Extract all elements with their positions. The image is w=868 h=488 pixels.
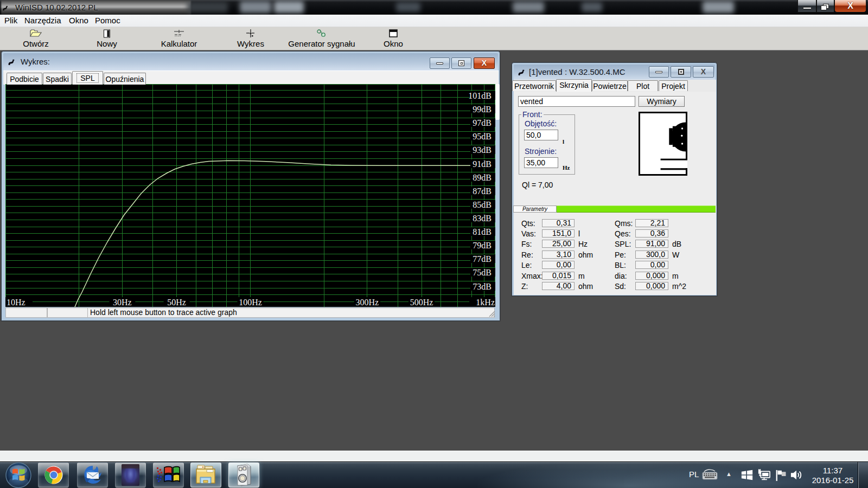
svg-text:50Hz: 50Hz bbox=[167, 298, 186, 307]
svg-text:73dB: 73dB bbox=[473, 282, 492, 291]
svg-text:77dB: 77dB bbox=[473, 254, 492, 264]
svg-text:83dB: 83dB bbox=[473, 214, 492, 223]
svg-text:95dB: 95dB bbox=[473, 132, 492, 141]
svg-text:89dB: 89dB bbox=[473, 173, 492, 182]
svg-text:99dB: 99dB bbox=[473, 105, 492, 114]
svg-text:87dB: 87dB bbox=[473, 187, 492, 196]
svg-text:97dB: 97dB bbox=[473, 118, 492, 127]
svg-text:101dB: 101dB bbox=[468, 91, 492, 100]
svg-text:91dB: 91dB bbox=[473, 159, 492, 169]
svg-text:300Hz: 300Hz bbox=[356, 298, 379, 307]
svg-text:1kHz: 1kHz bbox=[476, 298, 495, 307]
svg-text:93dB: 93dB bbox=[473, 145, 492, 155]
svg-text:10Hz: 10Hz bbox=[7, 298, 25, 307]
svg-text:79dB: 79dB bbox=[473, 241, 492, 250]
svg-text:30Hz: 30Hz bbox=[113, 298, 132, 307]
svg-text:500Hz: 500Hz bbox=[410, 298, 433, 307]
svg-text:100Hz: 100Hz bbox=[239, 298, 262, 307]
svg-text:85dB: 85dB bbox=[473, 200, 492, 209]
svg-text:81dB: 81dB bbox=[473, 227, 492, 236]
svg-text:75dB: 75dB bbox=[473, 268, 492, 277]
